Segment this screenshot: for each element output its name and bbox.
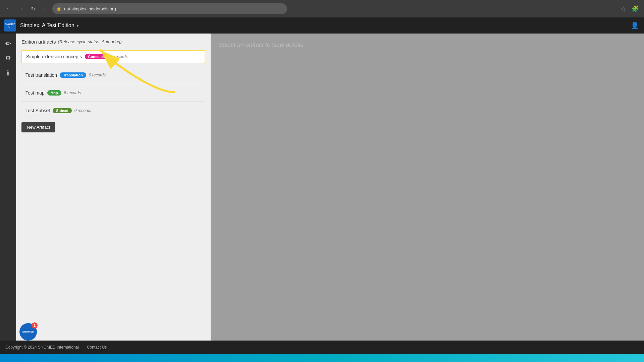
settings-nav-button[interactable]: ⚙ [2,52,14,64]
app-logo: SNOMED CT [4,19,16,32]
app-bar: SNOMED CT Simplex: A Test Edition ▾ 👤 [0,17,644,34]
artifact-records-concepts: 6 records [111,54,128,59]
artifact-badge-map: Map [47,90,61,96]
divider-3 [21,102,205,102]
snomed-notification[interactable]: SNOMED 1 [19,323,37,341]
artifact-item-map[interactable]: Test map Map 5 records [21,87,205,99]
artifact-records-map: 5 records [64,90,81,95]
gradient-bar [0,354,644,362]
artifact-badge-translation: Translation [60,72,86,78]
panel-header: Edition artifacts (Release cycle status:… [21,39,205,45]
artifact-records-translation: 0 records [89,73,106,77]
chevron-down-icon[interactable]: ▾ [76,23,79,28]
logo-line2: CT [8,25,11,28]
panel-header-title: Edition artifacts [21,39,56,45]
user-icon-button[interactable]: 👤 [629,20,640,31]
footer-contact-link[interactable]: Contact Us [87,345,107,350]
artifact-item-translation[interactable]: Test translation Translation 0 records [21,69,205,81]
artifact-badge-concepts: Concepts [85,54,108,59]
app-bar-right: 👤 [629,20,640,31]
artifact-item-concepts[interactable]: Simple extension concepts Concepts 6 rec… [21,50,205,63]
main-content: Edition artifacts (Release cycle status:… [16,34,644,341]
forward-button[interactable]: → [16,4,25,13]
artifact-name-concepts: Simple extension concepts [26,54,82,59]
artifact-records-subset: 0 records [74,108,91,113]
app-title-text: Simplex: A Test Edition [20,22,74,28]
sidebar-icons: ✏ ⚙ ℹ [0,34,16,341]
notification-badge: 1 [32,322,38,328]
artifact-name-translation: Test translation [25,72,57,78]
artifact-item-subset[interactable]: Test Subset Subset 0 records [21,105,205,117]
lock-icon: 🔒 [56,6,61,11]
edit-nav-button[interactable]: ✏ [2,38,14,50]
extensions-button[interactable]: 🧩 [631,4,640,13]
address-bar: 🔒 uat-simplex.ihtsdotools.org [52,3,287,14]
app-title: Simplex: A Test Edition ▾ [20,22,79,28]
divider-2 [21,84,205,84]
url-text: uat-simplex.ihtsdotools.org [64,6,116,11]
divider-1 [21,66,205,66]
back-button[interactable]: ← [4,4,13,13]
panel-header-status: (Release cycle status: Authoring) [58,39,122,44]
select-artifact-placeholder: Select an artifact to view details [219,42,303,49]
artifact-name-subset: Test Subset [25,108,50,113]
footer-copyright: Copyright © 2024 SNOMED International [5,345,79,350]
right-panel: Select an artifact to view details [211,34,644,341]
logo-line1: SNOMED [5,23,15,25]
artifact-badge-subset: Subset [53,108,72,113]
left-panel: Edition artifacts (Release cycle status:… [16,34,211,341]
browser-actions: ☆ 🧩 [619,4,640,13]
new-artifact-button[interactable]: New Artifact [21,122,55,132]
info-nav-button[interactable]: ℹ [2,67,14,79]
artifact-name-map: Test map [25,90,45,96]
star-button[interactable]: ☆ [619,4,628,13]
footer: Copyright © 2024 SNOMED International Co… [0,341,644,354]
refresh-button[interactable]: ↻ [28,4,38,13]
snomed-bubble-text: SNOMED [22,330,34,334]
browser-bar: ← → ↻ ⌂ 🔒 uat-simplex.ihtsdotools.org ☆ … [0,0,644,17]
home-button[interactable]: ⌂ [40,4,50,13]
artifact-list: Simple extension concepts Concepts 6 rec… [21,50,205,117]
